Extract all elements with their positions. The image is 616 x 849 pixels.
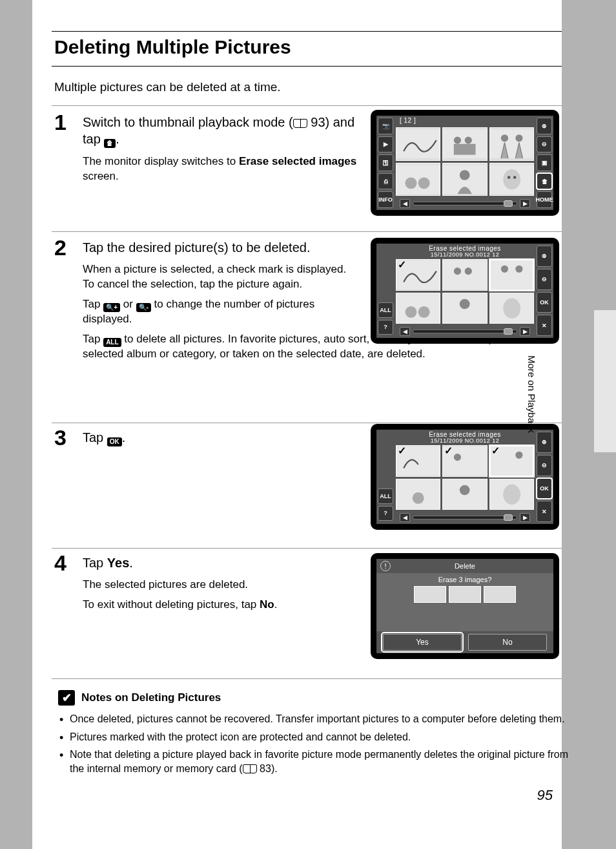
preview-thumbs (414, 586, 516, 603)
all-button[interactable]: ALL (378, 302, 393, 318)
text: Tap (83, 430, 107, 445)
play-icon[interactable]: ▶ (378, 136, 393, 153)
ok-button[interactable]: OK (537, 292, 552, 313)
side-tab (594, 310, 616, 452)
thumbnail[interactable] (442, 127, 487, 161)
bold-text: Yes (107, 556, 129, 570)
cancel-button[interactable]: ✕ (537, 315, 552, 336)
home-button[interactable]: HOME (537, 191, 552, 208)
print-icon[interactable]: ⎙ (378, 173, 393, 190)
left-buttons: ALL ? (376, 487, 395, 523)
zoom-in-button[interactable]: ⊕ (537, 432, 552, 453)
zoom-in-button[interactable]: ⊕ (537, 246, 552, 267)
book-icon (293, 119, 307, 128)
camera-screen-4: ! Delete Erase 3 images? Yes No (371, 553, 559, 659)
thumbnail[interactable] (489, 259, 534, 291)
thumbnail-grid (396, 445, 534, 510)
rule (52, 66, 562, 67)
svg-rect-8 (396, 165, 440, 194)
step-heading: Tap Yes. (83, 554, 360, 571)
thumbnail (484, 586, 516, 603)
thumbnail[interactable] (489, 293, 534, 324)
svg-point-41 (503, 484, 520, 504)
scroll-left-icon[interactable]: ◀ (400, 513, 410, 522)
scroll-track[interactable] (413, 516, 517, 519)
warning-icon: ! (380, 561, 391, 571)
thumbnail[interactable] (489, 163, 534, 196)
cancel-button[interactable]: ✕ (537, 501, 552, 522)
svg-point-28 (460, 299, 470, 309)
scroll-knob[interactable] (504, 514, 513, 521)
step-number: 1 (54, 110, 67, 135)
step-body: When a picture is selected, a check mark… (83, 262, 360, 327)
rule (52, 105, 562, 106)
dialog-buttons: Yes No (376, 631, 553, 653)
scroll-track[interactable] (413, 330, 517, 333)
help-button[interactable]: ? (378, 506, 393, 521)
thumbnail[interactable] (442, 479, 487, 510)
thumbnail[interactable] (396, 127, 440, 161)
svg-rect-21 (490, 260, 533, 289)
scroll-track[interactable] (413, 202, 517, 205)
text: or (120, 298, 136, 310)
zoom-in-icon: 🔍+ (103, 303, 120, 312)
scroll-left-icon[interactable]: ◀ (400, 199, 410, 208)
thumbnail[interactable] (396, 293, 440, 324)
thumbnail[interactable] (489, 445, 534, 477)
scroll-knob[interactable] (504, 200, 513, 207)
frame-count: [ 12 ] (396, 117, 534, 124)
zoom-out-button[interactable]: ⊖ (537, 136, 552, 153)
lock-icon[interactable]: ⚿ (378, 154, 393, 171)
no-button[interactable]: No (468, 634, 547, 651)
yes-button[interactable]: Yes (383, 634, 462, 651)
thumbnail[interactable] (442, 293, 487, 324)
svg-point-10 (418, 177, 430, 189)
scroll-left-icon[interactable]: ◀ (400, 327, 410, 336)
svg-point-7 (515, 134, 522, 142)
text: Tap (83, 556, 107, 570)
svg-rect-4 (454, 144, 476, 155)
camera-icon[interactable]: 📷 (378, 118, 393, 134)
info-button[interactable]: INFO (378, 191, 393, 208)
text: Tap (83, 298, 103, 310)
thumbnail[interactable] (396, 445, 440, 477)
manual-page: Deleting Multiple Pictures Multiple pict… (32, 0, 562, 849)
scroll-right-icon[interactable]: ▶ (520, 327, 530, 336)
zoom-in-button[interactable]: ⊕ (537, 118, 552, 134)
trash-icon: 🗑 (104, 139, 116, 148)
thumbnail[interactable] (442, 163, 487, 196)
thumbnail[interactable] (396, 479, 440, 510)
svg-point-19 (454, 267, 461, 275)
thumbnail[interactable] (396, 163, 440, 196)
camera-screen-3: Erase selected images 15/11/2009 NO.0012… (371, 424, 559, 530)
thumbnail[interactable] (442, 445, 487, 477)
zoom-out-button[interactable]: ⊖ (537, 269, 552, 290)
dialog-question: Erase 3 images? (438, 576, 492, 583)
svg-point-37 (413, 492, 424, 503)
scroll-knob[interactable] (504, 328, 513, 335)
intro-text: Multiple pictures can be deleted at a ti… (54, 80, 281, 94)
svg-point-3 (465, 137, 472, 144)
zoom-out-button[interactable]: ⊖ (537, 455, 552, 476)
ok-button[interactable]: OK (537, 478, 552, 499)
help-button[interactable]: ? (378, 320, 393, 335)
notes-heading: Notes on Deleting Pictures (81, 691, 568, 704)
text: Tap (83, 333, 103, 345)
svg-point-26 (418, 306, 430, 317)
thumbnail[interactable] (442, 259, 487, 291)
thumbnail[interactable] (396, 259, 440, 291)
svg-point-22 (500, 266, 508, 273)
trash-button[interactable]: 🗑 (537, 173, 552, 190)
svg-point-12 (460, 170, 470, 180)
scroll-right-icon[interactable]: ▶ (520, 199, 530, 208)
ok-icon: OK (107, 437, 122, 446)
scroll-right-icon[interactable]: ▶ (520, 513, 530, 522)
scrollbar[interactable]: ◀ ▶ (400, 327, 530, 336)
scrollbar[interactable]: ◀ ▶ (400, 513, 530, 522)
all-button[interactable]: ALL (378, 488, 393, 504)
grid-button[interactable]: ▣ (537, 154, 552, 171)
scrollbar[interactable]: ◀ ▶ (400, 199, 530, 208)
text: To exit without deleting pictures, tap (83, 598, 260, 611)
thumbnail[interactable] (489, 479, 534, 510)
thumbnail[interactable] (489, 127, 534, 161)
